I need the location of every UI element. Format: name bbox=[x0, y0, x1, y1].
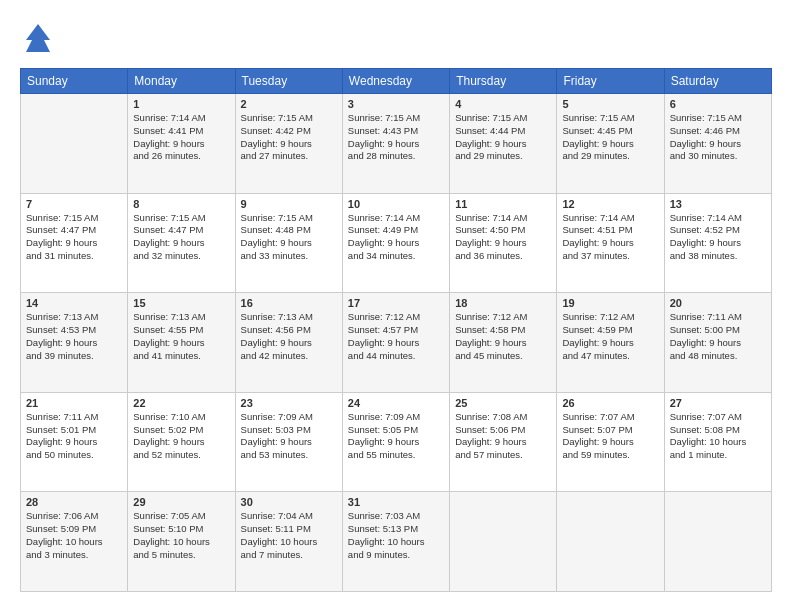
day-number: 23 bbox=[241, 397, 337, 409]
day-number: 11 bbox=[455, 198, 551, 210]
day-info: Sunrise: 7:12 AM Sunset: 4:57 PM Dayligh… bbox=[348, 311, 444, 362]
day-info: Sunrise: 7:15 AM Sunset: 4:44 PM Dayligh… bbox=[455, 112, 551, 163]
calendar-cell: 9Sunrise: 7:15 AM Sunset: 4:48 PM Daylig… bbox=[235, 193, 342, 293]
calendar-cell: 14Sunrise: 7:13 AM Sunset: 4:53 PM Dayli… bbox=[21, 293, 128, 393]
calendar-cell: 19Sunrise: 7:12 AM Sunset: 4:59 PM Dayli… bbox=[557, 293, 664, 393]
day-info: Sunrise: 7:15 AM Sunset: 4:47 PM Dayligh… bbox=[133, 212, 229, 263]
day-number: 18 bbox=[455, 297, 551, 309]
day-info: Sunrise: 7:12 AM Sunset: 4:59 PM Dayligh… bbox=[562, 311, 658, 362]
calendar-cell: 1Sunrise: 7:14 AM Sunset: 4:41 PM Daylig… bbox=[128, 94, 235, 194]
calendar-header: SundayMondayTuesdayWednesdayThursdayFrid… bbox=[21, 69, 772, 94]
calendar-cell bbox=[21, 94, 128, 194]
day-number: 2 bbox=[241, 98, 337, 110]
day-number: 25 bbox=[455, 397, 551, 409]
day-number: 21 bbox=[26, 397, 122, 409]
day-info: Sunrise: 7:05 AM Sunset: 5:10 PM Dayligh… bbox=[133, 510, 229, 561]
day-info: Sunrise: 7:03 AM Sunset: 5:13 PM Dayligh… bbox=[348, 510, 444, 561]
day-info: Sunrise: 7:14 AM Sunset: 4:51 PM Dayligh… bbox=[562, 212, 658, 263]
calendar-cell: 30Sunrise: 7:04 AM Sunset: 5:11 PM Dayli… bbox=[235, 492, 342, 592]
day-number: 29 bbox=[133, 496, 229, 508]
calendar-cell bbox=[450, 492, 557, 592]
day-number: 30 bbox=[241, 496, 337, 508]
day-info: Sunrise: 7:11 AM Sunset: 5:00 PM Dayligh… bbox=[670, 311, 766, 362]
day-info: Sunrise: 7:14 AM Sunset: 4:52 PM Dayligh… bbox=[670, 212, 766, 263]
calendar-cell: 3Sunrise: 7:15 AM Sunset: 4:43 PM Daylig… bbox=[342, 94, 449, 194]
day-info: Sunrise: 7:15 AM Sunset: 4:43 PM Dayligh… bbox=[348, 112, 444, 163]
calendar-cell bbox=[664, 492, 771, 592]
week-row-4: 28Sunrise: 7:06 AM Sunset: 5:09 PM Dayli… bbox=[21, 492, 772, 592]
day-number: 26 bbox=[562, 397, 658, 409]
day-number: 24 bbox=[348, 397, 444, 409]
day-number: 6 bbox=[670, 98, 766, 110]
calendar-cell: 7Sunrise: 7:15 AM Sunset: 4:47 PM Daylig… bbox=[21, 193, 128, 293]
day-info: Sunrise: 7:10 AM Sunset: 5:02 PM Dayligh… bbox=[133, 411, 229, 462]
logo-icon bbox=[20, 20, 56, 56]
day-header-friday: Friday bbox=[557, 69, 664, 94]
day-info: Sunrise: 7:14 AM Sunset: 4:50 PM Dayligh… bbox=[455, 212, 551, 263]
calendar-cell: 12Sunrise: 7:14 AM Sunset: 4:51 PM Dayli… bbox=[557, 193, 664, 293]
calendar-cell: 21Sunrise: 7:11 AM Sunset: 5:01 PM Dayli… bbox=[21, 392, 128, 492]
week-row-0: 1Sunrise: 7:14 AM Sunset: 4:41 PM Daylig… bbox=[21, 94, 772, 194]
calendar-cell: 2Sunrise: 7:15 AM Sunset: 4:42 PM Daylig… bbox=[235, 94, 342, 194]
calendar-cell: 10Sunrise: 7:14 AM Sunset: 4:49 PM Dayli… bbox=[342, 193, 449, 293]
day-info: Sunrise: 7:13 AM Sunset: 4:55 PM Dayligh… bbox=[133, 311, 229, 362]
day-info: Sunrise: 7:14 AM Sunset: 4:49 PM Dayligh… bbox=[348, 212, 444, 263]
day-header-thursday: Thursday bbox=[450, 69, 557, 94]
day-info: Sunrise: 7:09 AM Sunset: 5:05 PM Dayligh… bbox=[348, 411, 444, 462]
day-number: 3 bbox=[348, 98, 444, 110]
day-number: 31 bbox=[348, 496, 444, 508]
week-row-2: 14Sunrise: 7:13 AM Sunset: 4:53 PM Dayli… bbox=[21, 293, 772, 393]
calendar-cell: 11Sunrise: 7:14 AM Sunset: 4:50 PM Dayli… bbox=[450, 193, 557, 293]
day-number: 12 bbox=[562, 198, 658, 210]
day-info: Sunrise: 7:06 AM Sunset: 5:09 PM Dayligh… bbox=[26, 510, 122, 561]
calendar-cell: 27Sunrise: 7:07 AM Sunset: 5:08 PM Dayli… bbox=[664, 392, 771, 492]
day-info: Sunrise: 7:15 AM Sunset: 4:42 PM Dayligh… bbox=[241, 112, 337, 163]
calendar-cell: 15Sunrise: 7:13 AM Sunset: 4:55 PM Dayli… bbox=[128, 293, 235, 393]
day-number: 1 bbox=[133, 98, 229, 110]
day-number: 20 bbox=[670, 297, 766, 309]
day-number: 15 bbox=[133, 297, 229, 309]
day-number: 14 bbox=[26, 297, 122, 309]
day-info: Sunrise: 7:15 AM Sunset: 4:46 PM Dayligh… bbox=[670, 112, 766, 163]
day-info: Sunrise: 7:07 AM Sunset: 5:08 PM Dayligh… bbox=[670, 411, 766, 462]
header bbox=[20, 20, 772, 56]
week-row-3: 21Sunrise: 7:11 AM Sunset: 5:01 PM Dayli… bbox=[21, 392, 772, 492]
calendar-cell: 5Sunrise: 7:15 AM Sunset: 4:45 PM Daylig… bbox=[557, 94, 664, 194]
day-info: Sunrise: 7:15 AM Sunset: 4:48 PM Dayligh… bbox=[241, 212, 337, 263]
day-number: 8 bbox=[133, 198, 229, 210]
calendar-cell: 23Sunrise: 7:09 AM Sunset: 5:03 PM Dayli… bbox=[235, 392, 342, 492]
calendar-cell: 22Sunrise: 7:10 AM Sunset: 5:02 PM Dayli… bbox=[128, 392, 235, 492]
day-header-saturday: Saturday bbox=[664, 69, 771, 94]
day-header-sunday: Sunday bbox=[21, 69, 128, 94]
day-info: Sunrise: 7:11 AM Sunset: 5:01 PM Dayligh… bbox=[26, 411, 122, 462]
calendar-cell: 16Sunrise: 7:13 AM Sunset: 4:56 PM Dayli… bbox=[235, 293, 342, 393]
day-number: 22 bbox=[133, 397, 229, 409]
day-info: Sunrise: 7:12 AM Sunset: 4:58 PM Dayligh… bbox=[455, 311, 551, 362]
calendar-cell: 8Sunrise: 7:15 AM Sunset: 4:47 PM Daylig… bbox=[128, 193, 235, 293]
day-number: 9 bbox=[241, 198, 337, 210]
calendar-cell: 18Sunrise: 7:12 AM Sunset: 4:58 PM Dayli… bbox=[450, 293, 557, 393]
day-header-tuesday: Tuesday bbox=[235, 69, 342, 94]
day-header-monday: Monday bbox=[128, 69, 235, 94]
day-info: Sunrise: 7:15 AM Sunset: 4:45 PM Dayligh… bbox=[562, 112, 658, 163]
day-number: 17 bbox=[348, 297, 444, 309]
day-number: 28 bbox=[26, 496, 122, 508]
calendar-cell: 28Sunrise: 7:06 AM Sunset: 5:09 PM Dayli… bbox=[21, 492, 128, 592]
day-info: Sunrise: 7:13 AM Sunset: 4:53 PM Dayligh… bbox=[26, 311, 122, 362]
day-header-wednesday: Wednesday bbox=[342, 69, 449, 94]
day-number: 27 bbox=[670, 397, 766, 409]
logo bbox=[20, 20, 60, 56]
day-info: Sunrise: 7:13 AM Sunset: 4:56 PM Dayligh… bbox=[241, 311, 337, 362]
day-info: Sunrise: 7:04 AM Sunset: 5:11 PM Dayligh… bbox=[241, 510, 337, 561]
svg-marker-0 bbox=[26, 24, 50, 52]
calendar-cell: 26Sunrise: 7:07 AM Sunset: 5:07 PM Dayli… bbox=[557, 392, 664, 492]
calendar-cell: 24Sunrise: 7:09 AM Sunset: 5:05 PM Dayli… bbox=[342, 392, 449, 492]
calendar-cell: 13Sunrise: 7:14 AM Sunset: 4:52 PM Dayli… bbox=[664, 193, 771, 293]
day-number: 10 bbox=[348, 198, 444, 210]
calendar-cell bbox=[557, 492, 664, 592]
calendar-cell: 17Sunrise: 7:12 AM Sunset: 4:57 PM Dayli… bbox=[342, 293, 449, 393]
day-info: Sunrise: 7:07 AM Sunset: 5:07 PM Dayligh… bbox=[562, 411, 658, 462]
calendar-cell: 25Sunrise: 7:08 AM Sunset: 5:06 PM Dayli… bbox=[450, 392, 557, 492]
day-info: Sunrise: 7:14 AM Sunset: 4:41 PM Dayligh… bbox=[133, 112, 229, 163]
calendar-cell: 29Sunrise: 7:05 AM Sunset: 5:10 PM Dayli… bbox=[128, 492, 235, 592]
